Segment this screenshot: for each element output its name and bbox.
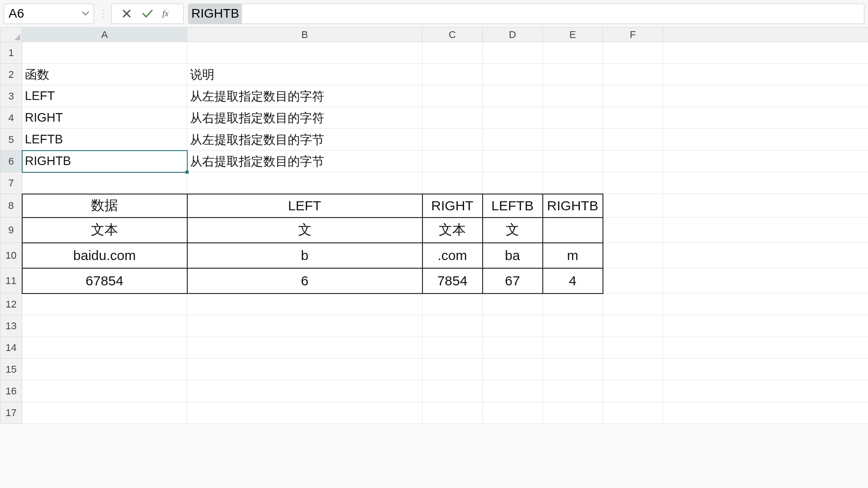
cell-B9[interactable]: 文 [187, 218, 422, 243]
formula-bar-input[interactable]: RIGHTB [188, 4, 864, 24]
row-header[interactable]: 1 [0, 42, 22, 64]
cell-F16[interactable] [603, 380, 663, 402]
column-header[interactable]: D [483, 28, 543, 42]
row-header[interactable]: 9 [0, 218, 22, 243]
cell-E14[interactable] [543, 337, 603, 359]
cell-E15[interactable] [543, 359, 603, 380]
cell-rest[interactable] [663, 218, 868, 243]
cell-rest[interactable] [663, 402, 868, 424]
more-options-icon[interactable]: ⋮ [99, 8, 107, 19]
cell-B1[interactable] [187, 42, 422, 64]
cell-rest[interactable] [663, 315, 868, 337]
column-header[interactable]: A [22, 28, 187, 42]
cell-C13[interactable] [422, 315, 483, 337]
cell-D7[interactable] [483, 172, 543, 194]
row-header[interactable]: 7 [0, 172, 22, 194]
cell-C11[interactable]: 7854 [422, 268, 483, 294]
cell-E11[interactable]: 4 [543, 268, 603, 294]
cell-B6[interactable]: 从右提取指定数目的字节 [187, 151, 422, 172]
cell-B8[interactable]: LEFT [187, 194, 422, 218]
cell-E13[interactable] [543, 315, 603, 337]
cell-D3[interactable] [483, 85, 543, 107]
cell-F17[interactable] [603, 402, 663, 424]
cell-B10[interactable]: b [187, 243, 422, 268]
cell-F5[interactable] [603, 129, 663, 151]
accept-icon[interactable] [142, 8, 153, 19]
cell-A3[interactable]: LEFT [22, 85, 187, 107]
cell-A17[interactable] [22, 402, 187, 424]
cell-F9[interactable] [603, 218, 663, 243]
cell-F15[interactable] [603, 359, 663, 380]
cell-C16[interactable] [422, 380, 483, 402]
cell-A14[interactable] [22, 337, 187, 359]
row-header[interactable]: 12 [0, 294, 22, 315]
cancel-icon[interactable] [121, 8, 133, 19]
cell-C14[interactable] [422, 337, 483, 359]
cell-B17[interactable] [187, 402, 422, 424]
cell-F12[interactable] [603, 294, 663, 315]
cell-D11[interactable]: 67 [483, 268, 543, 294]
row-header[interactable]: 15 [0, 359, 22, 380]
row-header[interactable]: 8 [0, 194, 22, 218]
cell-F8[interactable] [603, 194, 663, 218]
cell-rest[interactable] [663, 243, 868, 268]
cell-E1[interactable] [543, 42, 603, 64]
row-header[interactable]: 3 [0, 85, 22, 107]
cell-C8[interactable]: RIGHT [422, 194, 483, 218]
cell-D10[interactable]: ba [483, 243, 543, 268]
cell-rest[interactable] [663, 42, 868, 64]
cell-F2[interactable] [603, 64, 663, 85]
row-header[interactable]: 14 [0, 337, 22, 359]
cell-F10[interactable] [603, 243, 663, 268]
cell-D4[interactable] [483, 107, 543, 129]
cell-D17[interactable] [483, 402, 543, 424]
cell-A10[interactable]: baidu.com [22, 243, 187, 268]
cell-B4[interactable]: 从右提取指定数目的字符 [187, 107, 422, 129]
row-header[interactable]: 17 [0, 402, 22, 424]
name-box[interactable]: A6 [4, 4, 94, 24]
cell-E6[interactable] [543, 151, 603, 172]
cell-C5[interactable] [422, 129, 483, 151]
cell-E16[interactable] [543, 380, 603, 402]
cell-F7[interactable] [603, 172, 663, 194]
cell-B7[interactable] [187, 172, 422, 194]
cell-A2[interactable]: 函数 [22, 64, 187, 85]
cell-rest[interactable] [663, 107, 868, 129]
cell-F14[interactable] [603, 337, 663, 359]
spreadsheet-grid[interactable]: A B C D E F 1 2 函数 说明 3 LEFT 从左提取指定数目的字符… [0, 27, 868, 424]
cell-C17[interactable] [422, 402, 483, 424]
cell-C7[interactable] [422, 172, 483, 194]
cell-rest[interactable] [663, 294, 868, 315]
row-header[interactable]: 10 [0, 243, 22, 268]
column-header[interactable]: F [603, 28, 663, 42]
cell-D2[interactable] [483, 64, 543, 85]
chevron-down-icon[interactable] [82, 11, 89, 16]
cell-rest[interactable] [663, 129, 868, 151]
cell-rest[interactable] [663, 359, 868, 380]
cell-A12[interactable] [22, 294, 187, 315]
cell-A4[interactable]: RIGHT [22, 107, 187, 129]
cell-C12[interactable] [422, 294, 483, 315]
cell-E3[interactable] [543, 85, 603, 107]
cell-F1[interactable] [603, 42, 663, 64]
row-header[interactable]: 4 [0, 107, 22, 129]
cell-C4[interactable] [422, 107, 483, 129]
row-header[interactable]: 13 [0, 315, 22, 337]
cell-F13[interactable] [603, 315, 663, 337]
cell-D5[interactable] [483, 129, 543, 151]
cell-C2[interactable] [422, 64, 483, 85]
cell-A9[interactable]: 文本 [22, 218, 187, 243]
cell-D15[interactable] [483, 359, 543, 380]
column-header[interactable] [663, 28, 868, 42]
cell-B13[interactable] [187, 315, 422, 337]
cell-A7[interactable] [22, 172, 187, 194]
row-header[interactable]: 11 [0, 268, 22, 294]
column-header[interactable]: B [187, 28, 422, 42]
cell-E7[interactable] [543, 172, 603, 194]
cell-D14[interactable] [483, 337, 543, 359]
cell-A15[interactable] [22, 359, 187, 380]
cell-E5[interactable] [543, 129, 603, 151]
cell-A13[interactable] [22, 315, 187, 337]
cell-E17[interactable] [543, 402, 603, 424]
cell-F11[interactable] [603, 268, 663, 294]
